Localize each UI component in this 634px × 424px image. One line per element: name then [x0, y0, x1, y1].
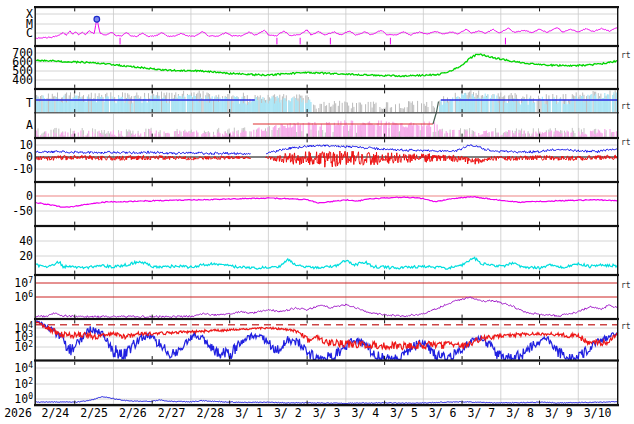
axis-tick-label: -50	[12, 204, 33, 218]
panel-xray-flux	[36, 8, 617, 45]
panel-electron-flux-low	[36, 362, 617, 404]
panel-border	[34, 318, 619, 320]
plot-left-border	[35, 6, 36, 406]
date-label: 3/ 5	[390, 406, 418, 420]
panel-particle-flux-mid	[36, 320, 617, 359]
panel-border	[34, 181, 619, 183]
data-trace	[36, 397, 617, 404]
panel-imf-bz-bt	[36, 139, 617, 181]
rt-label: rt	[621, 322, 631, 331]
solar-activity-multipanel-plot: XMC700600500400TA100-100-504020107106104…	[0, 0, 634, 424]
axis-tick-label: 102	[14, 340, 33, 354]
date-label: 3/ 4	[351, 406, 379, 420]
panel-density	[36, 227, 617, 274]
axis-tick-label: 102	[14, 377, 33, 391]
panel-wind-speed	[36, 47, 617, 88]
rt-label: rt	[621, 138, 631, 147]
panel-border	[34, 225, 619, 227]
date-label: 3/ 8	[506, 406, 534, 420]
axis-tick-label: C	[26, 26, 33, 40]
axis-tick-label: A	[26, 118, 33, 132]
axis-tick-label: 100	[14, 392, 33, 406]
panel-border	[34, 359, 619, 361]
data-trace	[36, 54, 617, 77]
date-label: 3/ 9	[545, 406, 573, 420]
axis-tick-label: T	[26, 96, 33, 110]
flare-peak-marker	[94, 16, 100, 22]
panel-border	[34, 274, 619, 276]
data-trace	[36, 21, 617, 39]
date-label: 3/ 6	[429, 406, 457, 420]
panel-border	[34, 137, 619, 139]
rt-label: rt	[621, 102, 631, 111]
axis-tick-label: 104	[14, 361, 33, 375]
data-trace	[36, 297, 617, 318]
date-label: 2/25	[80, 406, 108, 420]
axis-tick-label: -10	[12, 162, 33, 176]
date-label: 2/24	[42, 406, 70, 420]
panel-border-thin	[34, 112, 619, 113]
panel-border	[34, 45, 619, 47]
rt-label: rt	[621, 51, 631, 60]
right-side-labels: rtrtrtrtrt	[621, 51, 631, 331]
axis-tick-label: 40	[19, 234, 33, 248]
panel-phi-angle	[36, 183, 617, 225]
rt-label: rt	[621, 281, 631, 290]
date-label: 2/28	[196, 406, 224, 420]
axis-tick-label: 107	[14, 276, 33, 290]
date-label: 3/10	[584, 406, 612, 420]
axis-tick-label: 106	[14, 290, 33, 304]
date-label: 3/ 2	[274, 406, 302, 420]
data-trace	[36, 197, 617, 208]
scatter-bars	[38, 126, 611, 137]
year-label: 2026	[4, 406, 32, 420]
plot-right-border	[617, 6, 618, 406]
date-label: 2/26	[119, 406, 147, 420]
date-label: 3/ 7	[468, 406, 496, 420]
date-axis: 20262/242/252/262/272/283/ 13/ 23/ 33/ 4…	[4, 406, 611, 420]
data-trace	[36, 145, 617, 155]
axis-tick-label: 20	[19, 249, 33, 263]
left-axis-labels: XMC700600500400TA100-100-504020107106104…	[12, 7, 33, 406]
panel-proton-flux-high	[36, 276, 617, 318]
date-label: 2/27	[158, 406, 186, 420]
date-label: 3/ 1	[235, 406, 263, 420]
axis-tick-label: 0	[26, 189, 33, 203]
panel-border	[34, 88, 619, 90]
date-label: 3/ 3	[313, 406, 341, 420]
panel-temperature	[36, 90, 617, 112]
data-trace	[36, 257, 617, 269]
panel-border	[34, 6, 619, 8]
solar-activity-plot-page: XMC700600500400TA100-100-504020107106104…	[0, 0, 634, 424]
axis-tick-label: 400	[12, 73, 33, 87]
